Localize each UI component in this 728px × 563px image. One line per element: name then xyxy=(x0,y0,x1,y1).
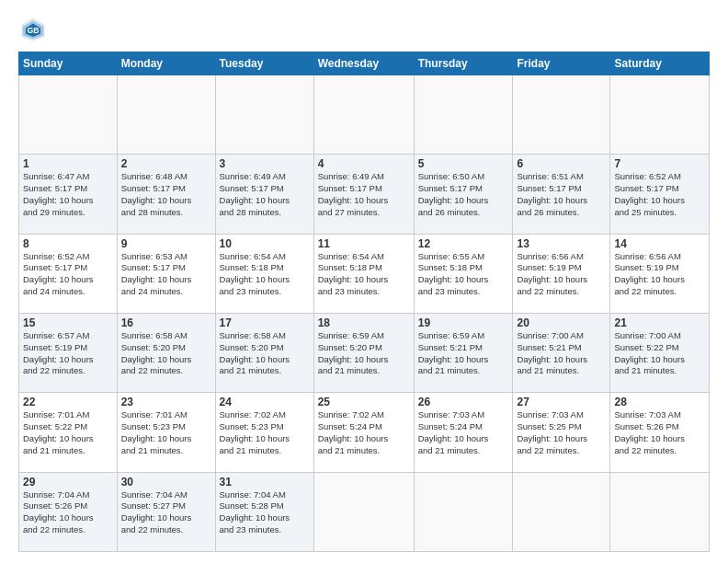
calendar-body: 1Sunrise: 6:47 AM Sunset: 5:17 PM Daylig… xyxy=(19,75,710,552)
day-number: 2 xyxy=(121,157,211,170)
col-header-thursday: Thursday xyxy=(414,52,513,75)
day-number: 4 xyxy=(318,157,410,170)
day-cell: 14Sunrise: 6:56 AM Sunset: 5:19 PM Dayli… xyxy=(610,234,710,313)
day-cell: 30Sunrise: 7:04 AM Sunset: 5:27 PM Dayli… xyxy=(117,472,215,551)
day-cell: 9Sunrise: 6:53 AM Sunset: 5:17 PM Daylig… xyxy=(117,234,215,313)
day-info: Sunrise: 7:01 AM Sunset: 5:23 PM Dayligh… xyxy=(121,409,211,456)
day-cell: 11Sunrise: 6:54 AM Sunset: 5:18 PM Dayli… xyxy=(313,234,414,313)
header-row: SundayMondayTuesdayWednesdayThursdayFrid… xyxy=(19,52,710,75)
day-cell: 18Sunrise: 6:59 AM Sunset: 5:20 PM Dayli… xyxy=(313,313,414,392)
day-cell: 19Sunrise: 6:59 AM Sunset: 5:21 PM Dayli… xyxy=(414,313,513,392)
day-cell: 27Sunrise: 7:03 AM Sunset: 5:25 PM Dayli… xyxy=(513,393,610,472)
svg-text:GB: GB xyxy=(27,26,39,35)
day-info: Sunrise: 6:59 AM Sunset: 5:20 PM Dayligh… xyxy=(318,330,410,377)
day-cell: 5Sunrise: 6:50 AM Sunset: 5:17 PM Daylig… xyxy=(414,155,513,234)
day-number: 8 xyxy=(23,237,113,250)
col-header-wednesday: Wednesday xyxy=(313,52,414,75)
day-cell: 4Sunrise: 6:49 AM Sunset: 5:17 PM Daylig… xyxy=(313,155,414,234)
day-number: 14 xyxy=(614,237,705,250)
day-number: 16 xyxy=(121,316,211,329)
logo-icon: GB xyxy=(18,15,48,44)
day-number: 19 xyxy=(418,316,509,329)
day-number: 22 xyxy=(23,396,113,408)
day-cell: 10Sunrise: 6:54 AM Sunset: 5:18 PM Dayli… xyxy=(215,234,313,313)
day-cell: 6Sunrise: 6:51 AM Sunset: 5:17 PM Daylig… xyxy=(513,155,610,234)
day-info: Sunrise: 6:53 AM Sunset: 5:17 PM Dayligh… xyxy=(121,251,211,298)
col-header-saturday: Saturday xyxy=(610,52,710,75)
day-info: Sunrise: 6:54 AM Sunset: 5:18 PM Dayligh… xyxy=(318,251,410,298)
day-cell: 24Sunrise: 7:02 AM Sunset: 5:23 PM Dayli… xyxy=(215,393,313,472)
calendar-header: SundayMondayTuesdayWednesdayThursdayFrid… xyxy=(19,52,710,75)
day-number: 13 xyxy=(517,237,606,250)
day-cell xyxy=(414,75,513,155)
day-number: 28 xyxy=(614,396,705,408)
col-header-tuesday: Tuesday xyxy=(215,52,313,75)
day-cell: 1Sunrise: 6:47 AM Sunset: 5:17 PM Daylig… xyxy=(19,155,118,234)
header: GB xyxy=(18,15,710,44)
day-cell xyxy=(513,75,610,155)
week-row-0 xyxy=(19,75,710,155)
day-cell: 23Sunrise: 7:01 AM Sunset: 5:23 PM Dayli… xyxy=(117,393,215,472)
day-number: 20 xyxy=(517,316,606,329)
day-number: 25 xyxy=(318,396,410,408)
day-cell xyxy=(610,472,710,551)
day-cell: 16Sunrise: 6:58 AM Sunset: 5:20 PM Dayli… xyxy=(117,313,215,392)
day-number: 29 xyxy=(23,476,113,488)
day-info: Sunrise: 6:52 AM Sunset: 5:17 PM Dayligh… xyxy=(614,171,705,218)
day-cell: 29Sunrise: 7:04 AM Sunset: 5:26 PM Dayli… xyxy=(19,472,118,551)
calendar-table: SundayMondayTuesdayWednesdayThursdayFrid… xyxy=(18,52,710,552)
day-cell xyxy=(414,472,513,551)
day-cell: 26Sunrise: 7:03 AM Sunset: 5:24 PM Dayli… xyxy=(414,393,513,472)
day-info: Sunrise: 7:00 AM Sunset: 5:21 PM Dayligh… xyxy=(517,330,606,377)
day-number: 9 xyxy=(121,237,211,250)
day-info: Sunrise: 6:47 AM Sunset: 5:17 PM Dayligh… xyxy=(23,171,113,218)
day-number: 6 xyxy=(517,157,606,170)
day-info: Sunrise: 7:01 AM Sunset: 5:22 PM Dayligh… xyxy=(23,409,113,456)
day-cell: 31Sunrise: 7:04 AM Sunset: 5:28 PM Dayli… xyxy=(215,472,313,551)
day-info: Sunrise: 6:58 AM Sunset: 5:20 PM Dayligh… xyxy=(121,330,211,377)
day-number: 11 xyxy=(318,237,410,250)
day-info: Sunrise: 6:59 AM Sunset: 5:21 PM Dayligh… xyxy=(418,330,509,377)
day-number: 7 xyxy=(614,157,705,170)
day-number: 15 xyxy=(23,316,113,329)
day-cell xyxy=(313,75,414,155)
day-cell: 13Sunrise: 6:56 AM Sunset: 5:19 PM Dayli… xyxy=(513,234,610,313)
day-info: Sunrise: 6:57 AM Sunset: 5:19 PM Dayligh… xyxy=(23,330,113,377)
day-info: Sunrise: 7:00 AM Sunset: 5:22 PM Dayligh… xyxy=(614,330,705,377)
day-cell: 22Sunrise: 7:01 AM Sunset: 5:22 PM Dayli… xyxy=(19,393,118,472)
day-number: 31 xyxy=(220,476,310,488)
day-info: Sunrise: 6:49 AM Sunset: 5:17 PM Dayligh… xyxy=(220,171,310,218)
col-header-sunday: Sunday xyxy=(19,52,118,75)
week-row-1: 1Sunrise: 6:47 AM Sunset: 5:17 PM Daylig… xyxy=(19,155,710,234)
week-row-2: 8Sunrise: 6:52 AM Sunset: 5:17 PM Daylig… xyxy=(19,234,710,313)
day-cell: 17Sunrise: 6:58 AM Sunset: 5:20 PM Dayli… xyxy=(215,313,313,392)
day-cell: 15Sunrise: 6:57 AM Sunset: 5:19 PM Dayli… xyxy=(19,313,118,392)
day-cell xyxy=(19,75,118,155)
week-row-3: 15Sunrise: 6:57 AM Sunset: 5:19 PM Dayli… xyxy=(19,313,710,392)
day-number: 24 xyxy=(220,396,310,408)
day-cell: 28Sunrise: 7:03 AM Sunset: 5:26 PM Dayli… xyxy=(610,393,710,472)
day-number: 30 xyxy=(121,476,211,488)
day-cell: 7Sunrise: 6:52 AM Sunset: 5:17 PM Daylig… xyxy=(610,155,710,234)
day-number: 17 xyxy=(220,316,310,329)
day-cell: 20Sunrise: 7:00 AM Sunset: 5:21 PM Dayli… xyxy=(513,313,610,392)
day-cell: 2Sunrise: 6:48 AM Sunset: 5:17 PM Daylig… xyxy=(117,155,215,234)
day-number: 10 xyxy=(220,237,310,250)
day-cell: 8Sunrise: 6:52 AM Sunset: 5:17 PM Daylig… xyxy=(19,234,118,313)
day-number: 3 xyxy=(220,157,310,170)
day-cell: 12Sunrise: 6:55 AM Sunset: 5:18 PM Dayli… xyxy=(414,234,513,313)
day-cell xyxy=(117,75,215,155)
day-number: 26 xyxy=(418,396,509,408)
day-info: Sunrise: 6:48 AM Sunset: 5:17 PM Dayligh… xyxy=(121,171,211,218)
week-row-4: 22Sunrise: 7:01 AM Sunset: 5:22 PM Dayli… xyxy=(19,393,710,472)
day-info: Sunrise: 7:02 AM Sunset: 5:24 PM Dayligh… xyxy=(318,409,410,456)
day-info: Sunrise: 7:02 AM Sunset: 5:23 PM Dayligh… xyxy=(220,409,310,456)
day-info: Sunrise: 6:56 AM Sunset: 5:19 PM Dayligh… xyxy=(614,251,705,298)
day-number: 5 xyxy=(418,157,509,170)
page: GB SundayMondayTuesdayWednesdayThursdayF… xyxy=(0,0,728,563)
col-header-monday: Monday xyxy=(117,52,215,75)
day-info: Sunrise: 6:52 AM Sunset: 5:17 PM Dayligh… xyxy=(23,251,113,298)
day-cell xyxy=(610,75,710,155)
day-info: Sunrise: 6:49 AM Sunset: 5:17 PM Dayligh… xyxy=(318,171,410,218)
day-info: Sunrise: 7:03 AM Sunset: 5:25 PM Dayligh… xyxy=(517,409,606,456)
